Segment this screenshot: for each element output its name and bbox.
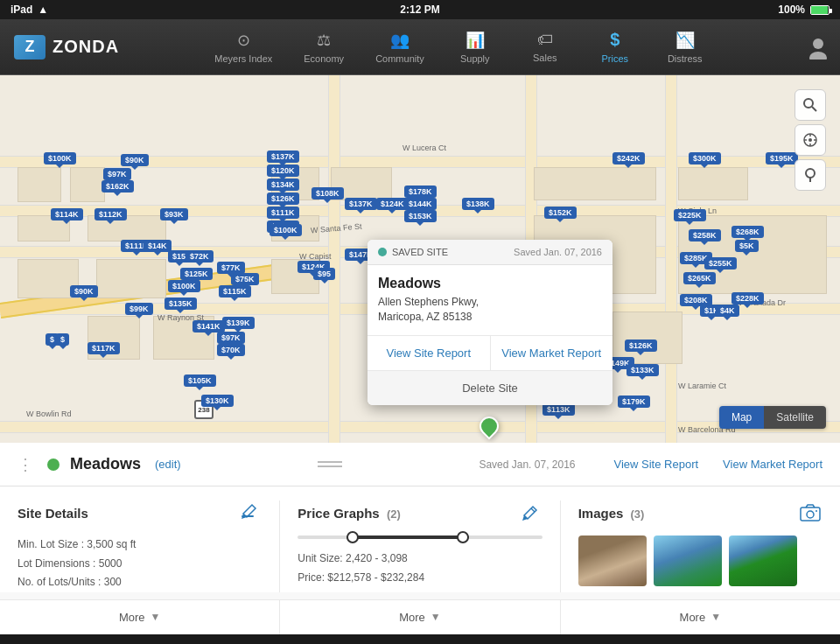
- price-tag[interactable]: $115K: [219, 285, 251, 298]
- nav-prices[interactable]: $ Prices: [580, 23, 650, 71]
- slider-handle-right[interactable]: [457, 531, 469, 543]
- price-tag[interactable]: $126K: [625, 340, 657, 352]
- price-tag[interactable]: $113K: [542, 403, 575, 416]
- price-tag[interactable]: $100K: [44, 152, 76, 164]
- lots-units: No. of Lots/Units : 300: [18, 573, 262, 592]
- price-tag[interactable]: $90K: [121, 154, 149, 166]
- economy-label: Economy: [304, 53, 344, 64]
- price-tag[interactable]: $114K: [51, 208, 83, 220]
- price-tag[interactable]: $130K: [201, 395, 234, 407]
- supply-label: Supply: [460, 53, 490, 64]
- nav-community[interactable]: 👥 Community: [360, 24, 440, 71]
- unit-size-value: 2,420 - 3,098: [346, 552, 408, 564]
- price-tag[interactable]: $135K: [164, 298, 197, 310]
- block-17: [612, 312, 682, 364]
- price-tag[interactable]: $138K: [462, 198, 494, 210]
- price-tag[interactable]: $5K: [735, 240, 759, 252]
- price-graphs-section: Price Graphs (2): [298, 500, 560, 592]
- image-thumb-1[interactable]: [578, 536, 647, 586]
- site-details-more[interactable]: More ▼: [0, 600, 280, 634]
- site-details-header: Site Details: [18, 500, 262, 525]
- slider-handle-left[interactable]: [346, 531, 359, 543]
- price-tag[interactable]: $99K: [125, 303, 153, 315]
- drag-handle-icon[interactable]: ⋮: [18, 455, 33, 474]
- map-pin-btn[interactable]: [794, 159, 826, 191]
- price-tag[interactable]: $178K: [404, 186, 437, 198]
- price-tag[interactable]: $137K: [345, 198, 377, 210]
- price-tag[interactable]: $179K: [618, 396, 650, 408]
- price-tag[interactable]: $152K: [544, 206, 577, 219]
- map-location-btn[interactable]: [794, 124, 826, 156]
- popup-market-report-btn[interactable]: View Market Report: [491, 336, 613, 370]
- price-tag[interactable]: $133K: [626, 364, 659, 376]
- nav-profile[interactable]: [796, 35, 840, 60]
- street-label-bowlin: W Bowlin Rd: [26, 410, 72, 418]
- site-details-edit-icon[interactable]: [237, 500, 262, 525]
- price-tag[interactable]: $95: [313, 268, 335, 280]
- price-tag[interactable]: $141K: [192, 320, 225, 332]
- images-count: (3): [631, 508, 645, 521]
- price-tag[interactable]: $: [56, 333, 69, 346]
- price-graphs-more[interactable]: More ▼: [280, 600, 560, 634]
- nav-sales[interactable]: 🏷 Sales: [510, 24, 580, 70]
- price-tag[interactable]: $144K: [404, 198, 437, 210]
- price-tag[interactable]: $117K: [88, 342, 120, 354]
- price-tag[interactable]: $77K: [217, 262, 245, 274]
- price-tag[interactable]: $105K: [184, 374, 216, 387]
- price-tag[interactable]: $268K: [732, 226, 764, 238]
- nav-bar: Z ZONDA ⊙ Meyers Index ⚖ Economy 👥 Commu…: [0, 19, 840, 75]
- satellite-toggle-btn[interactable]: Satellite: [764, 406, 826, 429]
- image-thumb-2[interactable]: [654, 536, 722, 586]
- price-tag[interactable]: $108K: [312, 187, 344, 200]
- price-tag[interactable]: $134K: [267, 178, 299, 191]
- price-tag[interactable]: $125K: [180, 268, 213, 280]
- price-tag[interactable]: $111K: [267, 206, 299, 219]
- price-tag[interactable]: $97K: [217, 332, 245, 344]
- price-tag[interactable]: $90K: [70, 285, 98, 298]
- price-tag[interactable]: $93K: [160, 208, 188, 220]
- nav-distress[interactable]: 📉 Distress: [650, 24, 720, 71]
- site-name: Meadows: [70, 455, 141, 473]
- map-toggle-btn[interactable]: Map: [719, 406, 764, 429]
- price-tag[interactable]: $126K: [267, 192, 299, 205]
- price-tag[interactable]: $255K: [704, 257, 737, 270]
- price-tag[interactable]: $70K: [217, 344, 245, 356]
- map-search-btn[interactable]: [794, 89, 826, 121]
- nav-economy[interactable]: ⚖ Economy: [288, 24, 360, 71]
- price-tag[interactable]: $228K: [732, 292, 764, 304]
- price-tag[interactable]: $300K: [689, 152, 721, 164]
- price-tag[interactable]: $14K: [144, 240, 172, 252]
- image-thumb-3[interactable]: [729, 536, 797, 586]
- price-tag[interactable]: $4K: [716, 304, 739, 317]
- price-tag[interactable]: $258K: [689, 229, 721, 242]
- popup-delete-btn[interactable]: Delete Site: [368, 370, 612, 405]
- site-report-link[interactable]: View Site Report: [614, 458, 699, 471]
- price-tag[interactable]: $162K: [102, 180, 134, 192]
- images-camera-icon[interactable]: [798, 500, 822, 525]
- price-tag[interactable]: $139K: [222, 317, 255, 329]
- price-tag[interactable]: $112K: [94, 208, 127, 220]
- price-tag[interactable]: $195K: [766, 152, 798, 164]
- price-tag[interactable]: $97K: [103, 168, 131, 180]
- map-container[interactable]: W Lucera Ct W Santa Fe St W Capist W Ray…: [0, 75, 840, 443]
- street-label-laramie: W Laramie Ct: [678, 382, 726, 390]
- images-more[interactable]: More ▼: [561, 600, 840, 634]
- price-tag[interactable]: $153K: [404, 210, 437, 222]
- price-row: Price: $212,578 - $232,284: [298, 569, 542, 588]
- nav-meyers-index[interactable]: ⊙ Meyers Index: [199, 24, 288, 71]
- price-tag[interactable]: $242K: [612, 152, 645, 164]
- price-graphs-edit-icon[interactable]: [518, 500, 542, 525]
- price-tag[interactable]: $265K: [683, 272, 716, 284]
- price-tag[interactable]: $75K: [231, 273, 259, 285]
- price-tag[interactable]: $100K: [270, 224, 302, 236]
- market-report-link[interactable]: View Market Report: [723, 458, 822, 471]
- site-edit-link[interactable]: (edit): [155, 458, 181, 471]
- price-tag[interactable]: $120K: [267, 164, 299, 177]
- price-tag[interactable]: $137K: [267, 150, 299, 163]
- price-tag[interactable]: $100K: [168, 280, 200, 292]
- nav-supply[interactable]: 📊 Supply: [440, 24, 510, 71]
- price-tag[interactable]: $225K: [674, 209, 706, 221]
- price-graphs-title: Price Graphs (2): [298, 506, 400, 521]
- popup-site-report-btn[interactable]: View Site Report: [368, 336, 491, 370]
- price-tag[interactable]: $72K: [186, 250, 214, 262]
